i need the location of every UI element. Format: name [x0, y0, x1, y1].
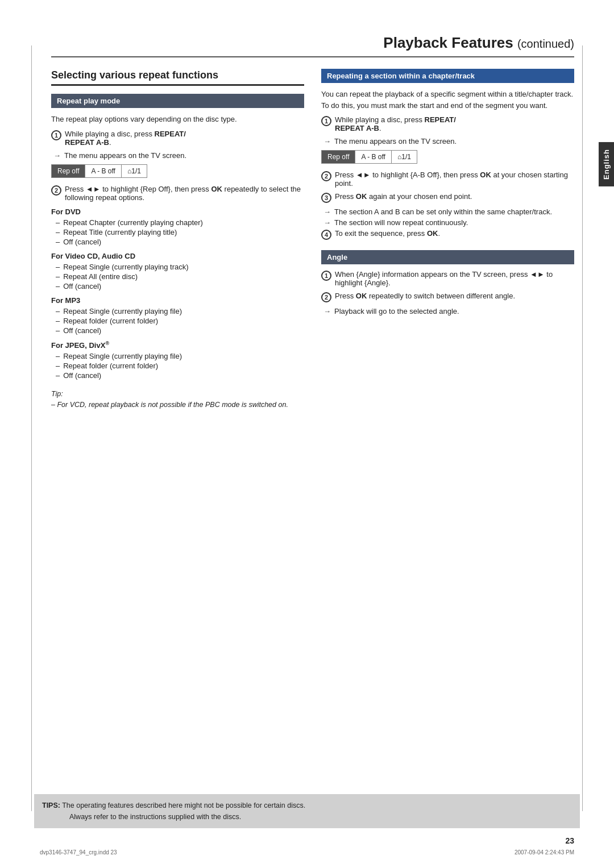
dvd-item-1-text: Repeat Chapter (currently playing chapte…: [63, 218, 203, 227]
bullet-dash: –: [56, 371, 60, 380]
step-1-right: 1 While playing a disc, press REPEAT/REP…: [321, 115, 574, 132]
bullet-dash: –: [56, 352, 60, 360]
divx-superscript: ®: [105, 340, 109, 346]
page-number: 23: [565, 836, 574, 845]
dvd-item-1: – Repeat Chapter (currently playing chap…: [56, 218, 304, 227]
tip-section: Tip: – For VCD, repeat playback is not p…: [51, 389, 304, 410]
repeat-bar-right-disc: ⌂1/1: [392, 151, 417, 163]
step-1-arrow: → The menu appears on the TV screen.: [53, 151, 304, 160]
subsection-bar-angle: Angle: [321, 250, 574, 264]
step-2-right: 2 Press ◄► to highlight {A-B Off}, then …: [321, 171, 574, 188]
repeat-intro: The repeat play options vary depending o…: [51, 114, 304, 125]
step-1-content: While playing a disc, press REPEAT/REPEA…: [65, 130, 304, 147]
step-1-text: While playing a disc, press REPEAT/REPEA…: [65, 130, 186, 147]
dvd-heading: For DVD: [51, 207, 304, 216]
step-3r-arrow1: → The section A and B can be set only wi…: [323, 207, 574, 216]
repeat-bar-right: Rep off A - B off ⌂1/1: [321, 150, 417, 164]
arrow-symbol-r1: →: [323, 137, 331, 146]
bullet-dash: –: [56, 218, 60, 227]
section-heading-repeat: Selecting various repeat functions: [51, 69, 304, 86]
vcd-item-2-text: Repeat All (entire disc): [63, 272, 138, 281]
arrow-symbol: →: [53, 151, 61, 160]
vcd-item-1: – Repeat Single (currently playing track…: [56, 263, 304, 271]
tip-text: – For VCD, repeat playback is not possib…: [51, 400, 304, 410]
angle-step-2: 2 Press OK repeatedly to switch between …: [321, 292, 574, 302]
step-3r-arrow2-text: The section will now repeat continuously…: [334, 218, 468, 227]
vcd-heading: For Video CD, Audio CD: [51, 252, 304, 260]
dvd-item-3: – Off (cancel): [56, 238, 304, 246]
bullet-dash: –: [56, 326, 60, 335]
vcd-item-2: – Repeat All (entire disc): [56, 272, 304, 281]
dvd-item-2: – Repeat Title (currently playing title): [56, 228, 304, 236]
bullet-dash: –: [56, 263, 60, 271]
repeat-bar-right-repoff: Rep off: [322, 151, 355, 163]
right-margin-line: [582, 45, 583, 811]
jpeg-item-1-text: Repeat Single (currently playing file): [63, 352, 182, 360]
step-1-number: 1: [51, 130, 61, 140]
step-1r-text: While playing a disc, press REPEAT/REPEA…: [335, 115, 456, 132]
chapter-intro: You can repeat the playback of a specifi…: [321, 89, 574, 111]
repeat-bar-item-disc: ⌂1/1: [122, 165, 147, 177]
tip-label: Tip:: [51, 389, 304, 400]
tips-bar: TIPS: The operating features described h…: [34, 794, 580, 828]
angle-step-1-text: When {Angle} information appears on the …: [335, 270, 553, 287]
step-4-right: 4 To exit the sequence, press OK.: [321, 229, 574, 240]
left-column: Selecting various repeat functions Repea…: [51, 69, 304, 410]
angle-step-2-number: 2: [321, 292, 331, 302]
angle-step-2-content: Press OK repeatedly to switch between di…: [335, 292, 574, 300]
mp3-item-1-text: Repeat Single (currently playing file): [63, 307, 182, 315]
angle-step-1-content: When {Angle} information appears on the …: [335, 270, 574, 287]
step-4r-content: To exit the sequence, press OK.: [335, 229, 574, 238]
mp3-item-2-text: Repeat folder (current folder): [63, 317, 158, 325]
step-2-content: Press ◄► to highlight {Rep Off}, then pr…: [65, 185, 304, 202]
angle-step-2-arrow: → Playback will go to the selected angle…: [323, 307, 574, 315]
step-1-left: 1 While playing a disc, press REPEAT/REP…: [51, 130, 304, 147]
repeat-bar-item-aboff: A - B off: [85, 165, 121, 177]
step-3-right: 3 Press OK again at your chosen end poin…: [321, 192, 574, 203]
dvd-item-3-text: Off (cancel): [63, 238, 101, 246]
step-1r-arrow: → The menu appears on the TV screen.: [323, 137, 574, 146]
step-1r-number: 1: [321, 116, 331, 126]
angle-step-1-number: 1: [321, 271, 331, 281]
footer-left: dvp3146-3747_94_crg.indd 23: [40, 849, 117, 855]
angle-step-1: 1 When {Angle} information appears on th…: [321, 270, 574, 287]
vcd-item-1-text: Repeat Single (currently playing track): [63, 263, 188, 271]
bullet-dash: –: [56, 272, 60, 281]
page-title-text: Playback Features: [383, 34, 513, 51]
main-content: Selecting various repeat functions Repea…: [51, 69, 574, 410]
step-2r-text: Press ◄► to highlight {A-B Off}, then pr…: [335, 171, 568, 188]
tips-text1: The operating features described here mi…: [62, 801, 305, 809]
bullet-dash: –: [56, 228, 60, 236]
vcd-item-3-text: Off (cancel): [63, 282, 101, 290]
jpeg-item-3-text: Off (cancel): [63, 371, 101, 380]
english-tab: English: [599, 142, 614, 186]
step-3r-number: 3: [321, 193, 331, 203]
angle-step-2-arrow-text: Playback will go to the selected angle.: [334, 307, 459, 315]
jpeg-item-2-text: Repeat folder (current folder): [63, 362, 158, 370]
subsection-bar-repeat-play: Repeat play mode: [51, 94, 304, 108]
step-2r-content: Press ◄► to highlight {A-B Off}, then pr…: [335, 171, 574, 188]
bullet-dash: –: [56, 317, 60, 325]
mp3-item-3: – Off (cancel): [56, 326, 304, 335]
bullet-dash: –: [56, 307, 60, 315]
page: English Playback Features (continued) Se…: [0, 0, 614, 868]
step-1r-content: While playing a disc, press REPEAT/REPEA…: [335, 115, 574, 132]
arrow-symbol-r3a: →: [323, 207, 331, 216]
vcd-item-3: – Off (cancel): [56, 282, 304, 290]
repeat-bar-right-aboff: A - B off: [355, 151, 391, 163]
step-2-number: 2: [51, 185, 61, 196]
step-3r-content: Press OK again at your chosen end point.: [335, 192, 574, 201]
step-3r-text: Press OK again at your chosen end point.: [335, 192, 472, 201]
footer-right: 2007-09-04 2:24:43 PM: [515, 849, 574, 855]
bullet-dash: –: [56, 362, 60, 370]
jpeg-item-1: – Repeat Single (currently playing file): [56, 352, 304, 360]
angle-section: Angle 1 When {Angle} information appears…: [321, 250, 574, 315]
mp3-item-3-text: Off (cancel): [63, 326, 101, 335]
jpeg-item-3: – Off (cancel): [56, 371, 304, 380]
bullet-dash: –: [56, 238, 60, 246]
step-4r-text: To exit the sequence, press OK.: [335, 229, 440, 238]
step-1r-arrow-text: The menu appears on the TV screen.: [334, 137, 457, 146]
page-title: Playback Features (continued): [51, 34, 574, 57]
mp3-item-2: – Repeat folder (current folder): [56, 317, 304, 325]
page-title-continued: (continued): [517, 38, 574, 50]
